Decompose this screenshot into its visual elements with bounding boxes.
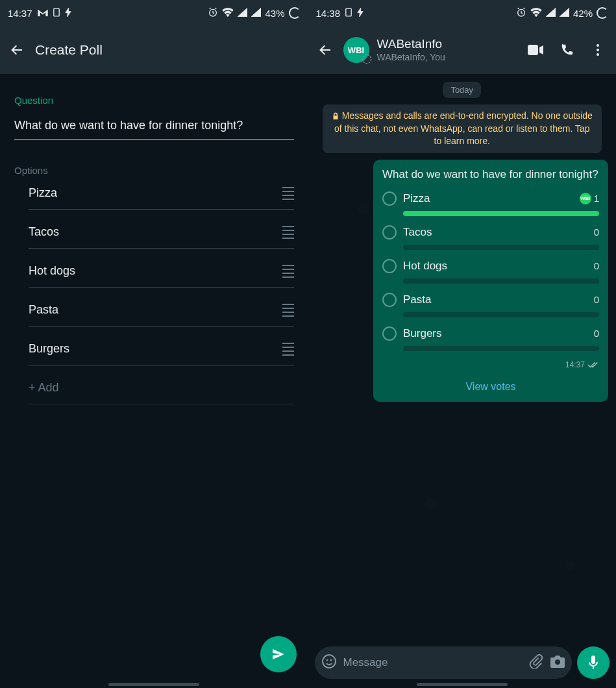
chat-title[interactable]: WABetaInfo WABetaInfo, You bbox=[377, 37, 445, 63]
attach-button[interactable] bbox=[529, 654, 543, 671]
sync-spinner-icon bbox=[289, 7, 301, 19]
svg-point-4 bbox=[362, 55, 371, 63]
gmail-icon bbox=[38, 8, 48, 19]
battery-text: 43% bbox=[265, 8, 284, 19]
option-row: Burgers bbox=[29, 338, 294, 365]
poll-option[interactable]: PizzaWBI1 bbox=[382, 191, 599, 216]
signal-icon bbox=[238, 8, 247, 19]
option-input[interactable]: Pasta bbox=[29, 299, 282, 321]
wifi-icon bbox=[530, 8, 542, 19]
svg-rect-13 bbox=[591, 656, 595, 664]
page-title: Create Poll bbox=[35, 42, 103, 58]
message-input[interactable]: Message bbox=[315, 646, 573, 679]
phone-create-poll: 14:37 43% Create Poll Question bbox=[0, 0, 308, 688]
chat-app-bar: WBI WABetaInfo WABetaInfo, You bbox=[308, 26, 617, 74]
drag-handle-icon[interactable] bbox=[282, 186, 294, 201]
svg-point-10 bbox=[326, 659, 328, 661]
sim-icon bbox=[53, 8, 60, 19]
gesture-hint bbox=[417, 683, 508, 686]
drag-handle-icon[interactable] bbox=[282, 303, 294, 317]
svg-point-9 bbox=[323, 655, 336, 668]
radio-icon[interactable] bbox=[382, 293, 397, 307]
drag-handle-icon[interactable] bbox=[282, 264, 294, 278]
poll-option-count: 0 bbox=[594, 227, 599, 238]
poll-message: What do we want to have for dinner tonig… bbox=[373, 160, 608, 402]
poll-form: Question Options PizzaTacosHot dogsPasta… bbox=[0, 74, 308, 688]
status-bar: 14:37 43% bbox=[0, 0, 308, 26]
poll-option[interactable]: Hot dogs0 bbox=[382, 259, 599, 284]
signal-2-icon bbox=[560, 8, 569, 19]
option-input[interactable]: Tacos bbox=[29, 221, 282, 243]
composer-placeholder: Message bbox=[343, 656, 523, 669]
option-row: Pasta bbox=[29, 299, 294, 326]
option-row: Pizza bbox=[29, 182, 294, 210]
svg-point-12 bbox=[555, 659, 560, 665]
signal-2-icon bbox=[251, 8, 261, 19]
svg-rect-5 bbox=[528, 45, 538, 55]
option-input[interactable]: Pizza bbox=[29, 182, 282, 204]
mic-button[interactable] bbox=[577, 646, 610, 679]
voter-avatar: WBI bbox=[580, 193, 591, 204]
svg-point-6 bbox=[597, 44, 599, 47]
poll-option-bar bbox=[403, 211, 599, 216]
camera-button[interactable] bbox=[550, 655, 565, 670]
back-button[interactable] bbox=[3, 36, 31, 64]
voice-call-button[interactable] bbox=[552, 36, 581, 64]
poll-option[interactable]: Pasta0 bbox=[382, 293, 599, 317]
option-row: Hot dogs bbox=[29, 260, 294, 288]
radio-icon[interactable] bbox=[382, 259, 397, 273]
alarm-icon bbox=[516, 7, 526, 19]
battery-text: 42% bbox=[573, 8, 593, 19]
send-poll-button[interactable] bbox=[260, 636, 297, 672]
emoji-button[interactable] bbox=[321, 654, 337, 672]
svg-point-8 bbox=[597, 53, 599, 56]
chat-name: WABetaInfo bbox=[377, 37, 445, 52]
option-input[interactable]: Burgers bbox=[29, 338, 282, 360]
more-menu-button[interactable] bbox=[584, 36, 612, 64]
add-option-button[interactable]: + Add bbox=[29, 377, 59, 399]
svg-point-7 bbox=[597, 49, 599, 51]
poll-option[interactable]: Burgers0 bbox=[382, 326, 599, 351]
poll-option-label: Tacos bbox=[403, 226, 587, 239]
poll-option-count: WBI1 bbox=[580, 193, 599, 204]
encryption-notice[interactable]: Messages and calls are end-to-end encryp… bbox=[323, 104, 602, 153]
lock-icon bbox=[332, 112, 339, 120]
back-button[interactable] bbox=[311, 36, 339, 64]
bolt-icon bbox=[65, 8, 71, 19]
question-input[interactable] bbox=[14, 112, 294, 140]
gesture-hint bbox=[108, 683, 199, 686]
radio-icon[interactable] bbox=[382, 326, 397, 341]
chat-subtitle: WABetaInfo, You bbox=[377, 52, 445, 63]
poll-option-label: Pasta bbox=[403, 293, 587, 306]
option-input[interactable]: Hot dogs bbox=[29, 260, 282, 282]
composer-bar: Message bbox=[315, 646, 610, 679]
sync-spinner-icon bbox=[597, 7, 608, 19]
sim-icon bbox=[345, 8, 352, 19]
poll-option-label: Hot dogs bbox=[403, 260, 587, 273]
date-chip: Today bbox=[443, 82, 481, 98]
svg-rect-2 bbox=[346, 8, 351, 16]
poll-option-label: Pizza bbox=[403, 192, 573, 205]
status-bar: 14:38 42% bbox=[308, 0, 617, 26]
poll-option-label: Burgers bbox=[403, 327, 587, 340]
view-votes-button[interactable]: View votes bbox=[382, 372, 599, 397]
radio-icon[interactable] bbox=[382, 225, 397, 240]
video-call-button[interactable] bbox=[521, 36, 550, 64]
radio-icon[interactable] bbox=[382, 191, 397, 206]
status-time: 14:37 bbox=[8, 8, 32, 19]
poll-option-count: 0 bbox=[594, 294, 599, 305]
poll-option-bar bbox=[403, 312, 599, 317]
drag-handle-icon[interactable] bbox=[282, 342, 294, 356]
poll-option[interactable]: Tacos0 bbox=[382, 225, 599, 250]
app-bar: Create Poll bbox=[0, 26, 308, 74]
poll-question: What do we want to have for dinner tonig… bbox=[382, 167, 599, 182]
poll-option-bar bbox=[403, 346, 599, 351]
drag-handle-icon[interactable] bbox=[282, 225, 294, 240]
poll-option-count: 0 bbox=[594, 328, 599, 339]
option-row: Tacos bbox=[29, 221, 294, 249]
phone-chat: 14:38 42% WBI WABetaInfo bbox=[308, 0, 617, 688]
poll-option-bar bbox=[403, 278, 599, 284]
poll-option-count: 0 bbox=[594, 260, 599, 271]
chat-scroll[interactable]: Today Messages and calls are end-to-end … bbox=[308, 74, 617, 688]
bolt-icon bbox=[357, 8, 363, 19]
